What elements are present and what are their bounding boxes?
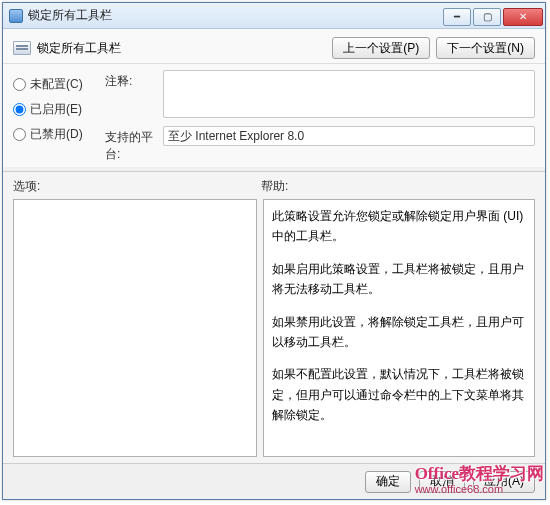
radio-not-configured[interactable]: 未配置(C) [13,76,95,93]
help-paragraph-4: 如果不配置此设置，默认情况下，工具栏将被锁定，但用户可以通过命令栏中的上下文菜单… [272,364,526,425]
help-pane: 此策略设置允许您锁定或解除锁定用户界面 (UI) 中的工具栏。 如果启用此策略设… [263,199,535,457]
radio-disabled-label: 已禁用(D) [30,126,83,143]
next-setting-button[interactable]: 下一个设置(N) [436,37,535,59]
ok-button[interactable]: 确定 [365,471,411,493]
help-paragraph-3: 如果禁用此设置，将解除锁定工具栏，且用户可以移动工具栏。 [272,312,526,353]
minimize-button[interactable]: ━ [443,8,471,26]
window-controls: ━ ▢ ✕ [443,6,545,26]
platform-value: 至少 Internet Explorer 8.0 [168,128,304,145]
help-label: 帮助: [261,178,288,195]
help-paragraph-2: 如果启用此策略设置，工具栏将被锁定，且用户将无法移动工具栏。 [272,259,526,300]
comment-label: 注释: [105,70,163,90]
platform-textbox: 至少 Internet Explorer 8.0 [163,126,535,146]
window-icon [9,9,23,23]
radio-enabled[interactable]: 已启用(E) [13,101,95,118]
close-button[interactable]: ✕ [503,8,543,26]
policy-icon [13,41,31,55]
options-label: 选项: [13,178,261,195]
maximize-button[interactable]: ▢ [473,8,501,26]
apply-button[interactable]: 应用(A) [473,471,535,493]
titlebar: 锁定所有工具栏 ━ ▢ ✕ [3,3,545,29]
help-paragraph-1: 此策略设置允许您锁定或解除锁定用户界面 (UI) 中的工具栏。 [272,206,526,247]
comment-textbox[interactable] [163,70,535,118]
radio-enabled-label: 已启用(E) [30,101,82,118]
cancel-button[interactable]: 取消 [419,471,465,493]
config-area: 未配置(C) 已启用(E) 已禁用(D) 注释: 支持的平台: 至少 Inter… [3,64,545,167]
body-area: 选项: 帮助: 此策略设置允许您锁定或解除锁定用户界面 (UI) 中的工具栏。 … [3,172,545,463]
window-title: 锁定所有工具栏 [28,7,112,24]
prev-setting-button[interactable]: 上一个设置(P) [332,37,430,59]
radio-not-configured-input[interactable] [13,78,26,91]
policy-title: 锁定所有工具栏 [37,40,121,57]
radio-disabled[interactable]: 已禁用(D) [13,126,95,143]
dialog-window: 锁定所有工具栏 ━ ▢ ✕ 锁定所有工具栏 上一个设置(P) 下一个设置(N) … [2,2,546,500]
radio-enabled-input[interactable] [13,103,26,116]
state-radio-group: 未配置(C) 已启用(E) 已禁用(D) [13,70,95,163]
footer: 确定 取消 应用(A) [3,463,545,499]
radio-not-configured-label: 未配置(C) [30,76,83,93]
options-pane[interactable] [13,199,257,457]
header-row: 锁定所有工具栏 上一个设置(P) 下一个设置(N) [3,29,545,64]
platform-label: 支持的平台: [105,126,163,163]
radio-disabled-input[interactable] [13,128,26,141]
